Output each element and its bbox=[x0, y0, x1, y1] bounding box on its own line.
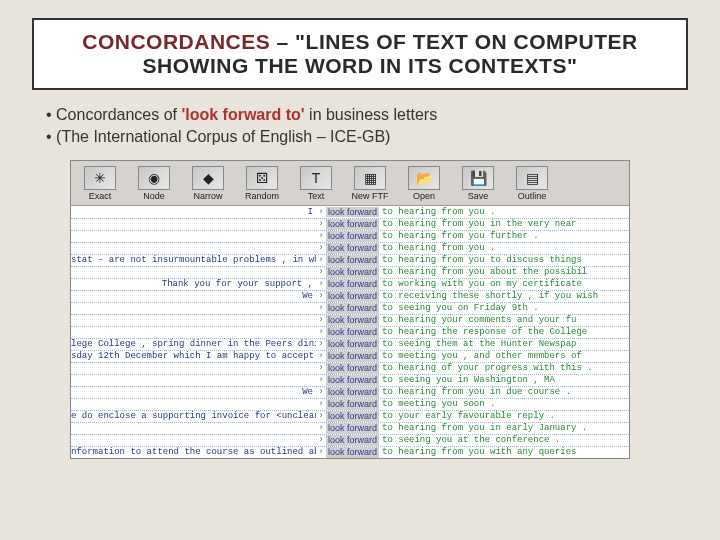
narrow-icon: ◆ bbox=[192, 166, 224, 190]
concordance-line[interactable]: sday 12th December which I am happy to a… bbox=[71, 350, 629, 362]
concordance-keyword: look forward bbox=[326, 267, 379, 277]
concordance-right-context: to hearing from you further . bbox=[379, 231, 539, 241]
concordance-right-context: to hearing from you with any queries bbox=[379, 447, 576, 457]
concordance-line[interactable]: ›look forwardto hearing the response of … bbox=[71, 326, 629, 338]
bullet-keyword: 'look forward to' bbox=[181, 106, 304, 123]
concordance-right-context: to seeing them at the Hunter Newspap bbox=[379, 339, 576, 349]
toolbar-button-new-ftf[interactable]: ▦New FTF bbox=[343, 163, 397, 203]
concordance-line[interactable]: ›look forwardto meeting you soon . bbox=[71, 398, 629, 410]
bullet-item: Concordances of 'look forward to' in bus… bbox=[46, 106, 688, 124]
slide-title: CONCORDANCES – "LINES OF TEXT ON COMPUTE… bbox=[48, 30, 672, 78]
toolbar-button-label: Exact bbox=[89, 191, 112, 201]
concordance-left-context: Thank you for your support , bbox=[71, 279, 316, 289]
toolbar-button-label: Narrow bbox=[193, 191, 222, 201]
concordance-line[interactable]: ›look forwardto seeing you on Friday 9th… bbox=[71, 302, 629, 314]
concordance-line[interactable]: nformation to attend the course as outli… bbox=[71, 446, 629, 458]
concordance-line[interactable]: ›look forwardto hearing of your progress… bbox=[71, 362, 629, 374]
bullet-item: (The International Corpus of English – I… bbox=[46, 128, 688, 146]
text-icon: T bbox=[300, 166, 332, 190]
concordance-right-context: to hearing from you to discuss things bbox=[379, 255, 582, 265]
concordance-line[interactable]: ›look forwardto hearing from you . bbox=[71, 242, 629, 254]
title-container: CONCORDANCES – "LINES OF TEXT ON COMPUTE… bbox=[32, 18, 688, 90]
line-marker-icon: › bbox=[316, 207, 326, 217]
toolbar-button-save[interactable]: 💾Save bbox=[451, 163, 505, 203]
concordance-keyword: look forward bbox=[326, 339, 379, 349]
concordance-right-context: to hearing from you about the possibil bbox=[379, 267, 587, 277]
random-icon: ⚄ bbox=[246, 166, 278, 190]
toolbar-button-label: Random bbox=[245, 191, 279, 201]
toolbar-button-outline[interactable]: ▤Outline bbox=[505, 163, 559, 203]
exact-icon: ✳ bbox=[84, 166, 116, 190]
concordance-left-context: stat - are not insurmountable problems ,… bbox=[71, 255, 316, 265]
line-marker-icon: › bbox=[316, 423, 326, 433]
concordance-line[interactable]: ›look forwardto seeing you in Washington… bbox=[71, 374, 629, 386]
concordance-line[interactable]: stat - are not insurmountable problems ,… bbox=[71, 254, 629, 266]
concordance-line[interactable]: We›look forwardto receiving these shortl… bbox=[71, 290, 629, 302]
bullet-text-pre: Concordances of bbox=[56, 106, 181, 123]
line-marker-icon: › bbox=[316, 399, 326, 409]
line-marker-icon: › bbox=[316, 387, 326, 397]
concordance-line[interactable]: We›look forwardto hearing from you in du… bbox=[71, 386, 629, 398]
title-separator: – bbox=[270, 30, 295, 53]
concordance-keyword: look forward bbox=[326, 447, 379, 457]
concordance-line[interactable]: ›look forwardto hearing from you in earl… bbox=[71, 422, 629, 434]
save-icon: 💾 bbox=[462, 166, 494, 190]
concordance-right-context: to hearing from you in the very near bbox=[379, 219, 576, 229]
line-marker-icon: › bbox=[316, 447, 326, 457]
concordance-left-context: We bbox=[71, 291, 316, 301]
concordance-line[interactable]: ›look forwardto hearing from you in the … bbox=[71, 218, 629, 230]
bullet-text-post: in business letters bbox=[305, 106, 438, 123]
concordance-right-context: to working with you on my certificate bbox=[379, 279, 582, 289]
concordance-line[interactable]: ›look forwardto seeing you at the confer… bbox=[71, 434, 629, 446]
toolbar-button-random[interactable]: ⚄Random bbox=[235, 163, 289, 203]
line-marker-icon: › bbox=[316, 315, 326, 325]
line-marker-icon: › bbox=[316, 411, 326, 421]
concordance-right-context: to hearing from you in due course . bbox=[379, 387, 571, 397]
concordance-left-context: I bbox=[71, 207, 316, 217]
concordance-right-context: to seeing you at the conference . bbox=[379, 435, 560, 445]
concordance-line[interactable]: e do enclose a supporting invoice for <u… bbox=[71, 410, 629, 422]
concordance-keyword: look forward bbox=[326, 423, 379, 433]
toolbar-button-open[interactable]: 📂Open bbox=[397, 163, 451, 203]
toolbar-button-node[interactable]: ◉Node bbox=[127, 163, 181, 203]
toolbar-button-label: Save bbox=[468, 191, 489, 201]
concordance-keyword: look forward bbox=[326, 219, 379, 229]
new-ftf-icon: ▦ bbox=[354, 166, 386, 190]
line-marker-icon: › bbox=[316, 279, 326, 289]
concordance-right-context: to meeting you soon . bbox=[379, 399, 495, 409]
concordance-keyword: look forward bbox=[326, 207, 379, 217]
bullet-text-pre: (The International Corpus of English – I… bbox=[56, 128, 390, 145]
toolbar-button-text[interactable]: TText bbox=[289, 163, 343, 203]
concordance-line[interactable]: Thank you for your support ,›look forwar… bbox=[71, 278, 629, 290]
concordance-line[interactable]: I›look forwardto hearing from you . bbox=[71, 206, 629, 218]
toolbar-button-label: Node bbox=[143, 191, 165, 201]
concordance-right-context: to meeting you , and other members of bbox=[379, 351, 582, 361]
concordance-keyword: look forward bbox=[326, 243, 379, 253]
line-marker-icon: › bbox=[316, 231, 326, 241]
toolbar-button-label: Text bbox=[308, 191, 325, 201]
line-marker-icon: › bbox=[316, 303, 326, 313]
line-marker-icon: › bbox=[316, 255, 326, 265]
line-marker-icon: › bbox=[316, 327, 326, 337]
concordance-keyword: look forward bbox=[326, 303, 379, 313]
concordance-line[interactable]: ›look forwardto hearing from you about t… bbox=[71, 266, 629, 278]
concordance-keyword: look forward bbox=[326, 291, 379, 301]
open-icon: 📂 bbox=[408, 166, 440, 190]
concordance-right-context: to hearing your comments and your fu bbox=[379, 315, 576, 325]
toolbar-button-exact[interactable]: ✳Exact bbox=[73, 163, 127, 203]
concordance-left-context: nformation to attend the course as outli… bbox=[71, 447, 316, 457]
concordance-right-context: to hearing from you . bbox=[379, 207, 495, 217]
toolbar-button-narrow[interactable]: ◆Narrow bbox=[181, 163, 235, 203]
concordance-panel: I›look forwardto hearing from you .›look… bbox=[71, 206, 629, 458]
concordance-line[interactable]: ›look forwardto hearing your comments an… bbox=[71, 314, 629, 326]
toolbar: ✳Exact◉Node◆Narrow⚄RandomTText▦New FTF📂O… bbox=[71, 161, 629, 206]
concordance-keyword: look forward bbox=[326, 327, 379, 337]
concordance-right-context: to receiving these shortly , if you wish bbox=[379, 291, 598, 301]
line-marker-icon: › bbox=[316, 219, 326, 229]
concordance-line[interactable]: lege College , spring dinner in the Peer… bbox=[71, 338, 629, 350]
concordance-left-context: sday 12th December which I am happy to a… bbox=[71, 351, 316, 361]
concordance-keyword: look forward bbox=[326, 231, 379, 241]
concordance-line[interactable]: ›look forwardto hearing from you further… bbox=[71, 230, 629, 242]
outline-icon: ▤ bbox=[516, 166, 548, 190]
concordance-keyword: look forward bbox=[326, 351, 379, 361]
